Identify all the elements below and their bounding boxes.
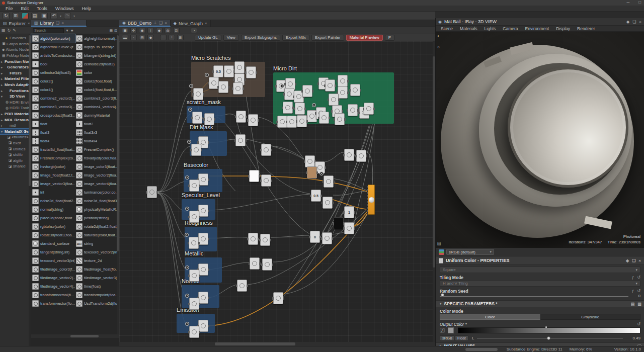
graph-tab-float-icon[interactable]: ❏ — [159, 21, 163, 25]
library-item[interactable]: image_vector3(floa... — [31, 180, 75, 188]
menu-tools[interactable]: Tools — [33, 6, 51, 11]
graph-node[interactable] — [189, 270, 199, 282]
srgb-button[interactable]: sRGB — [440, 335, 455, 341]
explorer-edit-icon[interactable]: ✎ — [13, 28, 16, 33]
explorer-item[interactable]: ◍HDRI Envir... — [0, 100, 29, 106]
graph-node[interactable] — [261, 174, 271, 187]
export-mtlx-button[interactable]: Export Mtlx — [282, 35, 309, 41]
explorer-item[interactable]: ◪shared — [0, 163, 29, 169]
explorer-item[interactable]: ▦FxMap Nodes — [0, 53, 29, 59]
library-item[interactable]: algnormalTStoWS(f... — [31, 43, 75, 51]
graph-node[interactable] — [189, 326, 199, 338]
library-item[interactable]: image_vector2(floa... — [75, 171, 119, 180]
graph-node[interactable] — [224, 65, 234, 77]
library-item[interactable]: combine3_color3(fl... — [75, 94, 119, 103]
library-item[interactable]: rgbtohsv(color) — [31, 222, 75, 231]
library-item[interactable]: hsvadjust(color,floa... — [75, 154, 119, 162]
library-item[interactable]: tiledimage_color3(f... — [31, 265, 75, 274]
graph-node[interactable] — [350, 84, 360, 96]
explorer-item[interactable]: ▸Function Nodes — [0, 58, 29, 64]
view3d-float-icon[interactable]: ❏ — [632, 20, 636, 24]
library-item[interactable]: physicallyMetallicR... — [75, 205, 119, 214]
graph-hscrollbar[interactable] — [119, 342, 435, 346]
redo-caret[interactable]: ▾ — [73, 14, 75, 18]
library-item[interactable]: combine3_vector3(... — [31, 103, 75, 111]
library-item[interactable]: hsvtorgb(color) — [31, 162, 75, 171]
material-preview-button[interactable]: Material Preview — [346, 35, 383, 41]
color-mode-color-button[interactable]: Color — [440, 314, 540, 320]
size-mode-select[interactable]: Square ▾ — [440, 267, 640, 273]
library-item[interactable]: color2(float,float) — [75, 77, 119, 85]
library-item[interactable]: FresnelComplex() — [75, 145, 119, 154]
library-hscrollbar[interactable] — [31, 334, 119, 338]
library-item[interactable]: tiledimage_vector2(... — [31, 274, 75, 282]
explorer-item[interactable]: ◪utilities — [0, 146, 29, 152]
properties-close-icon[interactable]: × — [638, 258, 641, 263]
explorer-item[interactable]: ▸PBR Materials — [0, 111, 29, 117]
l-slider-handle[interactable] — [547, 336, 550, 340]
library-item[interactable]: noise3d_float(float3... — [75, 197, 119, 205]
new-package-icon[interactable]: ⊞ — [12, 13, 19, 19]
library-item[interactable]: texture_2d — [75, 256, 119, 265]
menu-help[interactable]: Help — [78, 6, 95, 11]
graph-node[interactable] — [189, 211, 199, 223]
reset-icon[interactable]: ↺ — [637, 322, 640, 326]
library-item[interactable]: rotate3d(float3,floa... — [31, 231, 75, 239]
library-item[interactable]: texcoord_vector2(int) — [75, 248, 119, 256]
graph-node[interactable] — [198, 173, 208, 186]
explorer-item[interactable]: ▾3D View — [0, 94, 29, 100]
filter-icon[interactable]: ▼ — [65, 29, 69, 32]
library-item[interactable]: float3 — [31, 128, 75, 137]
p-button[interactable]: P — [385, 35, 394, 41]
reset-icon[interactable]: ↺ — [637, 275, 640, 280]
eyedropper-icon[interactable]: ╱ — [440, 328, 445, 333]
graph-node[interactable] — [364, 103, 374, 115]
image-node-icon[interactable]: ▤ — [139, 35, 145, 40]
display-mode-icon[interactable]: ◐ — [437, 34, 440, 38]
explorer-item[interactable]: ◍HDRI Tools — [0, 105, 29, 111]
grid-view-icon[interactable]: ▦ — [110, 29, 113, 33]
gradient-cursor[interactable] — [545, 326, 547, 328]
library-item[interactable]: float4 — [31, 137, 75, 145]
menu-file[interactable]: File — [2, 6, 17, 11]
explorer-tree-icon[interactable]: ▦ — [2, 28, 6, 33]
graph-node[interactable] — [234, 61, 245, 73]
view3d-close-icon[interactable]: × — [639, 20, 641, 24]
graph-node[interactable] — [189, 180, 199, 192]
graph-node[interactable] — [305, 155, 315, 167]
vertical-dots-icon[interactable]: ⋮ — [169, 35, 175, 40]
graph-tab-pin-icon[interactable]: ⊥ — [153, 21, 157, 25]
export-subgraphs-button[interactable]: Export Subgraphs — [241, 35, 280, 41]
explorer-refresh-icon[interactable]: ↻ — [8, 28, 11, 33]
graph-node[interactable] — [302, 85, 312, 97]
menu-windows[interactable]: Windows — [52, 6, 77, 11]
graph-node[interactable] — [193, 88, 203, 100]
select-tool-icon[interactable]: ▣ — [122, 28, 128, 33]
explorer-item[interactable]: ◪alglib — [0, 157, 29, 163]
library-tab-float-icon[interactable]: ❏ — [56, 21, 59, 25]
library-item[interactable]: float — [31, 120, 75, 128]
gradient-bar[interactable] — [458, 327, 640, 333]
timer-icon[interactable]: ◔ — [191, 28, 197, 33]
pin-link-icon[interactable]: ◦ — [130, 35, 137, 40]
graph-node[interactable] — [295, 103, 305, 115]
explorer-item[interactable]: ▸Generators — [0, 64, 29, 70]
save-icon[interactable]: ▣ — [41, 13, 48, 19]
move-tool-icon[interactable]: ✛ — [130, 28, 137, 33]
undo-icon[interactable]: ↶ — [50, 13, 57, 19]
float-button[interactable]: Float — [455, 335, 468, 341]
snapshot-icon[interactable]: ◉ — [139, 28, 145, 33]
graph-node[interactable] — [198, 205, 208, 217]
frame-icon[interactable]: ⊡ — [173, 28, 180, 33]
library-item[interactable]: int — [31, 188, 75, 197]
library-item[interactable]: FresnelComplex(co... — [31, 154, 75, 162]
library-item[interactable]: dummyMaterial — [75, 111, 119, 120]
library-item[interactable]: abcstring — [75, 239, 119, 248]
library-item[interactable]: algdot(color,color) — [31, 34, 75, 43]
graph-node[interactable] — [323, 197, 333, 209]
library-item[interactable]: color — [75, 68, 119, 77]
explorer-item[interactable]: ▸Material Filters — [0, 76, 29, 82]
color-swatch[interactable] — [448, 327, 454, 333]
graph-node[interactable] — [325, 79, 335, 92]
graph-node[interactable] — [287, 116, 297, 128]
